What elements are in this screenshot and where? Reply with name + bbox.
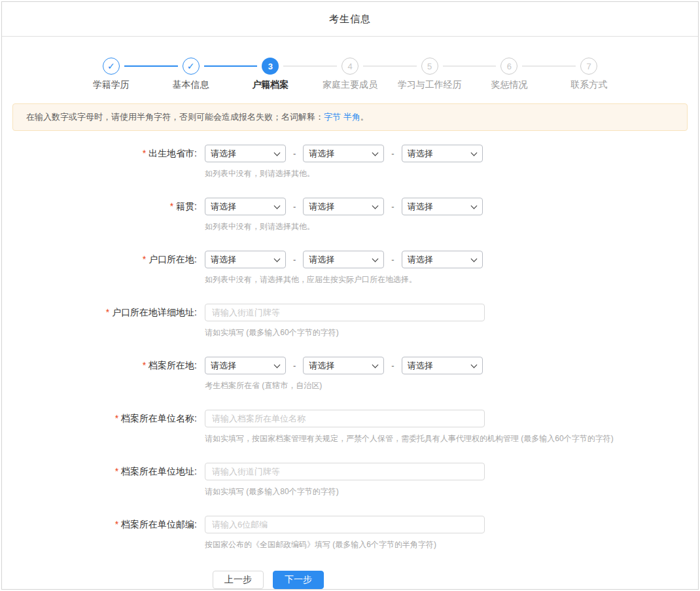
form-row-household-address: *户口所在地详细地址:请如实填写 (最多输入60个字节的字符) xyxy=(2,304,698,338)
field-label: *档案所在地: xyxy=(2,357,205,391)
field-hint: 如列表中没有，则请选择其他。 xyxy=(205,221,698,232)
step-label: 家庭主要成员 xyxy=(310,79,390,91)
household-location-select-1-wrap: 请选择 xyxy=(205,251,286,268)
candidate-form: *出生地省市:请选择-请选择-请选择如列表中没有，则请选择其他。*籍贯:请选择-… xyxy=(2,145,698,550)
select-separator: - xyxy=(293,149,296,158)
control-line xyxy=(205,516,698,533)
birthplace-select-3[interactable]: 请选择 xyxy=(402,145,483,162)
control-line xyxy=(205,410,698,427)
archive-location-select-3-wrap: 请选择 xyxy=(402,357,483,374)
control-line xyxy=(205,463,698,480)
stepper-step-4: 4家庭主要成员 xyxy=(310,58,390,91)
select-separator: - xyxy=(293,255,296,264)
field-control: 请选择-请选择-请选择考生档案所在省 (直辖市，自治区) xyxy=(205,357,698,391)
field-label: *户口所在地详细地址: xyxy=(2,304,205,338)
step-label: 奖惩情况 xyxy=(470,79,550,91)
check-icon: ✓ xyxy=(183,58,200,75)
archive-location-select-2[interactable]: 请选择 xyxy=(303,357,384,374)
household-location-select-1[interactable]: 请选择 xyxy=(205,251,286,268)
step-label: 学习与工作经历 xyxy=(390,79,470,91)
required-asterisk: * xyxy=(143,148,146,158)
step-label: 学籍学历 xyxy=(71,79,151,91)
native-place-select-3[interactable]: 请选择 xyxy=(402,198,483,215)
archive-unit-address-input[interactable] xyxy=(205,463,485,480)
field-control: 请选择-请选择-请选择如列表中没有，请选择其他，应届生按实际户口所在地选择。 xyxy=(205,251,698,285)
household-location-select-3[interactable]: 请选择 xyxy=(402,251,483,268)
field-label: *档案所在单位名称: xyxy=(2,410,205,444)
control-line xyxy=(205,304,698,321)
notice-link-byte[interactable]: 字节 xyxy=(324,112,341,122)
required-asterisk: * xyxy=(115,519,118,529)
field-label: *档案所在单位地址: xyxy=(2,463,205,497)
required-asterisk: * xyxy=(170,201,173,211)
prev-step-button[interactable]: 上一步 xyxy=(213,571,264,589)
control-line: 请选择-请选择-请选择 xyxy=(205,145,698,162)
field-label-text: 档案所在地: xyxy=(149,360,197,370)
notice-link-halfwidth[interactable]: 半角 xyxy=(343,112,360,122)
field-control: 请如实填写 (最多输入60个字节的字符) xyxy=(205,304,698,338)
field-hint: 按国家公布的《全国邮政编码》填写 (最多输入6个字节的半角字符) xyxy=(205,539,698,550)
field-label-text: 档案所在单位名称: xyxy=(121,413,197,423)
notice-text: 在输入数字或字母时，请使用半角字符，否则可能会造成报名失败；名词解释： xyxy=(26,112,324,122)
field-hint: 如列表中没有，则请选择其他。 xyxy=(205,168,698,179)
form-row-archive-unit-name: *档案所在单位名称:请如实填写，按国家档案管理有关规定，严禁个人保管，需委托具有… xyxy=(2,410,698,444)
form-row-household-location: *户口所在地:请选择-请选择-请选择如列表中没有，请选择其他，应届生按实际户口所… xyxy=(2,251,698,285)
field-label-text: 户口所在地: xyxy=(149,254,197,264)
birthplace-select-1[interactable]: 请选择 xyxy=(205,145,286,162)
field-hint: 考生档案所在省 (直辖市，自治区) xyxy=(205,380,698,391)
candidate-info-page: 考生信息 ✓学籍学历✓基本信息3户籍档案4家庭主要成员5学习与工作经历6奖惩情况… xyxy=(1,1,699,590)
select-separator: - xyxy=(293,361,296,370)
household-location-select-2-wrap: 请选择 xyxy=(303,251,384,268)
archive-unit-postcode-input[interactable] xyxy=(205,516,485,533)
step-label: 基本信息 xyxy=(151,79,231,91)
native-place-select-1-wrap: 请选择 xyxy=(205,198,286,215)
step-number: 6 xyxy=(500,58,517,75)
archive-location-select-1[interactable]: 请选择 xyxy=(205,357,286,374)
stepper-step-7: 7联系方式 xyxy=(549,58,629,91)
select-separator: - xyxy=(293,202,296,211)
birthplace-select-3-wrap: 请选择 xyxy=(402,145,483,162)
household-location-select-2[interactable]: 请选择 xyxy=(303,251,384,268)
field-control: 请选择-请选择-请选择如列表中没有，则请选择其他。 xyxy=(205,145,698,179)
native-place-select-2[interactable]: 请选择 xyxy=(303,198,384,215)
page-title: 考生信息 xyxy=(329,13,371,26)
birthplace-select-2[interactable]: 请选择 xyxy=(303,145,384,162)
notice-bar: 在输入数字或字母时，请使用半角字符，否则可能会造成报名失败；名词解释：字节 半角… xyxy=(12,103,688,131)
control-line: 请选择-请选择-请选择 xyxy=(205,198,698,215)
next-step-button[interactable]: 下一步 xyxy=(273,571,324,589)
archive-location-select-1-wrap: 请选择 xyxy=(205,357,286,374)
field-label-text: 档案所在单位邮编: xyxy=(121,519,197,529)
archive-unit-name-input[interactable] xyxy=(205,410,485,427)
field-label-text: 档案所在单位地址: xyxy=(121,466,197,476)
field-label: *户口所在地: xyxy=(2,251,205,285)
field-control: 请如实填写，按国家档案管理有关规定，严禁个人保管，需委托具有人事代理权的机构管理… xyxy=(205,410,698,444)
check-icon: ✓ xyxy=(103,58,120,75)
household-address-input[interactable] xyxy=(205,304,485,321)
select-separator: - xyxy=(391,202,394,211)
field-control: 请如实填写 (最多输入80个字节的字符) xyxy=(205,463,698,497)
select-separator: - xyxy=(391,255,394,264)
field-label-text: 籍贯: xyxy=(176,201,197,211)
field-label: *籍贯: xyxy=(2,198,205,232)
field-control: 请选择-请选择-请选择如列表中没有，则请选择其他。 xyxy=(205,198,698,232)
page-header: 考生信息 xyxy=(2,2,698,37)
step-number: 4 xyxy=(341,58,359,75)
archive-location-select-3[interactable]: 请选择 xyxy=(402,357,483,374)
stepper-step-5: 5学习与工作经历 xyxy=(390,58,470,91)
birthplace-select-1-wrap: 请选择 xyxy=(205,145,286,162)
required-asterisk: * xyxy=(106,307,109,317)
field-hint: 请如实填写 (最多输入80个字节的字符) xyxy=(205,486,698,497)
field-control: 按国家公布的《全国邮政编码》填写 (最多输入6个字节的半角字符) xyxy=(205,516,698,550)
step-number: 7 xyxy=(580,58,597,75)
birthplace-select-2-wrap: 请选择 xyxy=(303,145,384,162)
control-line: 请选择-请选择-请选择 xyxy=(205,251,698,268)
native-place-select-1[interactable]: 请选择 xyxy=(205,198,286,215)
notice-suffix: 。 xyxy=(360,112,369,122)
field-hint: 请如实填写，按国家档案管理有关规定，严禁个人保管，需委托具有人事代理权的机构管理… xyxy=(205,433,698,444)
required-asterisk: * xyxy=(143,360,146,370)
form-row-archive-unit-postcode: *档案所在单位邮编:按国家公布的《全国邮政编码》填写 (最多输入6个字节的半角字… xyxy=(2,516,698,550)
required-asterisk: * xyxy=(115,413,118,423)
required-asterisk: * xyxy=(143,254,146,264)
field-label: *出生地省市: xyxy=(2,145,205,179)
required-asterisk: * xyxy=(115,466,118,476)
